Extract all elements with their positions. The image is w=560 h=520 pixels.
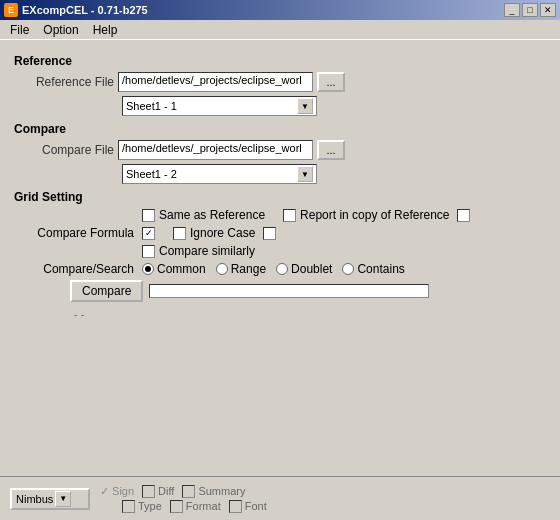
menu-file[interactable]: File xyxy=(4,21,35,39)
title-bar-left: E EXcompCEL - 0.71-b275 xyxy=(4,3,148,17)
compare-similarly-label: Compare similarly xyxy=(159,244,255,258)
maximize-button[interactable]: □ xyxy=(522,3,538,17)
reference-file-input[interactable]: /home/detlevs/_projects/eclipse_worl xyxy=(118,72,313,92)
compare-sheet-select[interactable]: Sheet1 - 2 ▼ xyxy=(122,164,317,184)
compare-sheet-row: Sheet1 - 2 ▼ xyxy=(14,164,546,184)
radio-common-label: Common xyxy=(157,262,206,276)
same-as-ref-checkbox[interactable] xyxy=(142,209,155,222)
radio-contains-label: Contains xyxy=(357,262,404,276)
reference-file-row: Reference File /home/detlevs/_projects/e… xyxy=(14,72,546,92)
menu-help[interactable]: Help xyxy=(87,21,124,39)
theme-label: Nimbus xyxy=(16,493,53,505)
grid-row-3: Compare similarly xyxy=(14,244,546,258)
type-item: Type xyxy=(122,500,162,513)
reference-sheet-row: Sheet1 - 1 ▼ xyxy=(14,96,546,116)
compare-formula-label-col: Compare Formula xyxy=(14,226,134,240)
radio-doublet-label: Doublet xyxy=(291,262,332,276)
compare-formula-group: ✓ xyxy=(142,227,155,240)
main-content: Reference Reference File /home/detlevs/_… xyxy=(0,40,560,328)
radio-common-button[interactable] xyxy=(142,263,154,275)
reference-sheet-arrow[interactable]: ▼ xyxy=(297,98,313,114)
radio-range: Range xyxy=(216,262,266,276)
compare-similarly-checkbox[interactable] xyxy=(142,245,155,258)
menu-bar: File Option Help xyxy=(0,20,560,40)
radio-contains-button[interactable] xyxy=(342,263,354,275)
menu-option[interactable]: Option xyxy=(37,21,84,39)
reference-sheet-select[interactable]: Sheet1 - 1 ▼ xyxy=(122,96,317,116)
compare-section-title: Compare xyxy=(14,122,546,136)
app-icon: E xyxy=(4,3,18,17)
radio-contains: Contains xyxy=(342,262,404,276)
type-label: Type xyxy=(138,500,162,512)
ignore-case-label: Ignore Case xyxy=(190,226,255,240)
compare-button[interactable]: Compare xyxy=(70,280,143,302)
diff-item: Diff xyxy=(142,485,174,498)
compare-file-row: Compare File /home/detlevs/_projects/ecl… xyxy=(14,140,546,160)
type-checkbox[interactable] xyxy=(122,500,135,513)
status-text: - - xyxy=(74,308,546,320)
same-as-ref-group: Same as Reference xyxy=(142,208,265,222)
compare-action-row: Compare xyxy=(14,280,546,302)
diff-checkbox[interactable] xyxy=(142,485,155,498)
theme-arrow[interactable]: ▼ xyxy=(55,491,71,507)
format-checkbox[interactable] xyxy=(170,500,183,513)
compare-file-label: Compare File xyxy=(14,143,114,157)
grid-row-1: Same as Reference Report in copy of Refe… xyxy=(14,208,546,222)
font-checkbox[interactable] xyxy=(229,500,242,513)
font-item: Font xyxy=(229,500,267,513)
grid-section-title: Grid Setting xyxy=(14,190,546,204)
compare-similarly-group: Compare similarly xyxy=(142,244,255,258)
compare-file-input[interactable]: /home/detlevs/_projects/eclipse_worl xyxy=(118,140,313,160)
compare-search-label-col: Compare/Search xyxy=(14,262,134,276)
format-label: Format xyxy=(186,500,221,512)
grid-row-2: Compare Formula ✓ Ignore Case xyxy=(14,226,546,240)
summary-label: Summary xyxy=(198,485,245,497)
summary-checkbox[interactable] xyxy=(182,485,195,498)
radio-group: Common Range Doublet Contains xyxy=(142,262,405,276)
radio-range-label: Range xyxy=(231,262,266,276)
reference-file-label: Reference File xyxy=(14,75,114,89)
report-in-copy-group: Report in copy of Reference xyxy=(283,208,449,222)
compare-sheet-arrow[interactable]: ▼ xyxy=(297,166,313,182)
radio-doublet: Doublet xyxy=(276,262,332,276)
theme-select[interactable]: Nimbus ▼ xyxy=(10,488,90,510)
bottom-checkboxes-container: ✓ Sign Diff Summary Type Format Font xyxy=(100,485,550,513)
report-in-copy-label: Report in copy of Reference xyxy=(300,208,449,222)
ignore-case-group: Ignore Case xyxy=(173,226,255,240)
close-button[interactable]: ✕ xyxy=(540,3,556,17)
diff-label: Diff xyxy=(158,485,174,497)
ignore-case-checkbox[interactable] xyxy=(173,227,186,240)
summary-item: Summary xyxy=(182,485,245,498)
radio-range-button[interactable] xyxy=(216,263,228,275)
format-item: Format xyxy=(170,500,221,513)
bottom-row-2: Type Format Font xyxy=(122,500,550,513)
same-as-ref-label: Same as Reference xyxy=(159,208,265,222)
title-bar-buttons: _ □ ✕ xyxy=(504,3,556,17)
report-in-copy-checkbox2[interactable] xyxy=(457,209,470,222)
compare-browse-button[interactable]: ... xyxy=(317,140,345,160)
sign-label: ✓ Sign xyxy=(100,485,134,498)
font-label: Font xyxy=(245,500,267,512)
reference-browse-button[interactable]: ... xyxy=(317,72,345,92)
progress-bar xyxy=(149,284,429,298)
compare-search-label: Compare/Search xyxy=(43,262,134,276)
radio-common: Common xyxy=(142,262,206,276)
bottom-row-1: ✓ Sign Diff Summary xyxy=(100,485,550,498)
compare-search-row: Compare/Search Common Range Doublet Cont… xyxy=(14,262,546,276)
radio-doublet-button[interactable] xyxy=(276,263,288,275)
ignore-case-checkbox2[interactable] xyxy=(263,227,276,240)
title-bar: E EXcompCEL - 0.71-b275 _ □ ✕ xyxy=(0,0,560,20)
reference-section-title: Reference xyxy=(14,54,546,68)
minimize-button[interactable]: _ xyxy=(504,3,520,17)
compare-formula-label: Compare Formula xyxy=(37,226,134,240)
window-title: EXcompCEL - 0.71-b275 xyxy=(22,4,148,16)
compare-formula-checkbox[interactable]: ✓ xyxy=(142,227,155,240)
report-in-copy-checkbox[interactable] xyxy=(283,209,296,222)
bottom-bar: Nimbus ▼ ✓ Sign Diff Summary Type Format xyxy=(0,476,560,520)
